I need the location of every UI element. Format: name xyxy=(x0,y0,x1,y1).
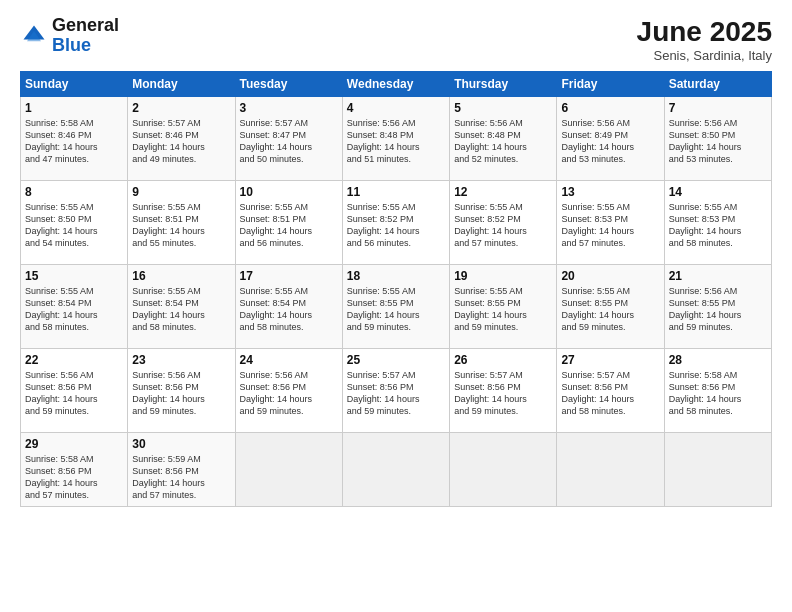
table-row xyxy=(557,433,664,507)
header-monday: Monday xyxy=(128,72,235,97)
day-info: Sunrise: 5:55 AM Sunset: 8:53 PM Dayligh… xyxy=(669,201,767,250)
day-number: 25 xyxy=(347,353,445,367)
table-row: 14Sunrise: 5:55 AM Sunset: 8:53 PM Dayli… xyxy=(664,181,771,265)
header-saturday: Saturday xyxy=(664,72,771,97)
logo: General Blue xyxy=(20,16,119,56)
day-info: Sunrise: 5:57 AM Sunset: 8:56 PM Dayligh… xyxy=(454,369,552,418)
table-row: 17Sunrise: 5:55 AM Sunset: 8:54 PM Dayli… xyxy=(235,265,342,349)
day-info: Sunrise: 5:55 AM Sunset: 8:51 PM Dayligh… xyxy=(240,201,338,250)
day-info: Sunrise: 5:56 AM Sunset: 8:56 PM Dayligh… xyxy=(25,369,123,418)
table-row: 4Sunrise: 5:56 AM Sunset: 8:48 PM Daylig… xyxy=(342,97,449,181)
calendar-subtitle: Senis, Sardinia, Italy xyxy=(637,48,772,63)
table-row: 8Sunrise: 5:55 AM Sunset: 8:50 PM Daylig… xyxy=(21,181,128,265)
day-number: 19 xyxy=(454,269,552,283)
day-number: 20 xyxy=(561,269,659,283)
day-info: Sunrise: 5:58 AM Sunset: 8:56 PM Dayligh… xyxy=(25,453,123,502)
day-info: Sunrise: 5:55 AM Sunset: 8:51 PM Dayligh… xyxy=(132,201,230,250)
day-info: Sunrise: 5:55 AM Sunset: 8:55 PM Dayligh… xyxy=(454,285,552,334)
table-row: 12Sunrise: 5:55 AM Sunset: 8:52 PM Dayli… xyxy=(450,181,557,265)
table-row: 16Sunrise: 5:55 AM Sunset: 8:54 PM Dayli… xyxy=(128,265,235,349)
table-row: 10Sunrise: 5:55 AM Sunset: 8:51 PM Dayli… xyxy=(235,181,342,265)
day-number: 4 xyxy=(347,101,445,115)
table-row: 29Sunrise: 5:58 AM Sunset: 8:56 PM Dayli… xyxy=(21,433,128,507)
day-info: Sunrise: 5:58 AM Sunset: 8:46 PM Dayligh… xyxy=(25,117,123,166)
day-number: 26 xyxy=(454,353,552,367)
day-info: Sunrise: 5:56 AM Sunset: 8:49 PM Dayligh… xyxy=(561,117,659,166)
table-row: 28Sunrise: 5:58 AM Sunset: 8:56 PM Dayli… xyxy=(664,349,771,433)
header-tuesday: Tuesday xyxy=(235,72,342,97)
table-row xyxy=(664,433,771,507)
table-row xyxy=(235,433,342,507)
day-number: 24 xyxy=(240,353,338,367)
table-row: 24Sunrise: 5:56 AM Sunset: 8:56 PM Dayli… xyxy=(235,349,342,433)
day-info: Sunrise: 5:55 AM Sunset: 8:55 PM Dayligh… xyxy=(561,285,659,334)
day-info: Sunrise: 5:56 AM Sunset: 8:48 PM Dayligh… xyxy=(347,117,445,166)
day-number: 28 xyxy=(669,353,767,367)
day-number: 7 xyxy=(669,101,767,115)
day-info: Sunrise: 5:57 AM Sunset: 8:56 PM Dayligh… xyxy=(561,369,659,418)
day-info: Sunrise: 5:56 AM Sunset: 8:48 PM Dayligh… xyxy=(454,117,552,166)
day-number: 27 xyxy=(561,353,659,367)
day-number: 23 xyxy=(132,353,230,367)
logo-general-text: General xyxy=(52,15,119,35)
day-header-row: Sunday Monday Tuesday Wednesday Thursday… xyxy=(21,72,772,97)
table-row: 1Sunrise: 5:58 AM Sunset: 8:46 PM Daylig… xyxy=(21,97,128,181)
day-info: Sunrise: 5:55 AM Sunset: 8:54 PM Dayligh… xyxy=(240,285,338,334)
table-row: 13Sunrise: 5:55 AM Sunset: 8:53 PM Dayli… xyxy=(557,181,664,265)
table-row: 20Sunrise: 5:55 AM Sunset: 8:55 PM Dayli… xyxy=(557,265,664,349)
table-row: 18Sunrise: 5:55 AM Sunset: 8:55 PM Dayli… xyxy=(342,265,449,349)
header-friday: Friday xyxy=(557,72,664,97)
day-info: Sunrise: 5:55 AM Sunset: 8:50 PM Dayligh… xyxy=(25,201,123,250)
day-number: 21 xyxy=(669,269,767,283)
day-number: 29 xyxy=(25,437,123,451)
day-number: 1 xyxy=(25,101,123,115)
title-block: June 2025 Senis, Sardinia, Italy xyxy=(637,16,772,63)
day-number: 22 xyxy=(25,353,123,367)
day-number: 30 xyxy=(132,437,230,451)
day-info: Sunrise: 5:55 AM Sunset: 8:52 PM Dayligh… xyxy=(454,201,552,250)
table-row: 9Sunrise: 5:55 AM Sunset: 8:51 PM Daylig… xyxy=(128,181,235,265)
table-row xyxy=(342,433,449,507)
day-info: Sunrise: 5:55 AM Sunset: 8:52 PM Dayligh… xyxy=(347,201,445,250)
table-row: 11Sunrise: 5:55 AM Sunset: 8:52 PM Dayli… xyxy=(342,181,449,265)
day-info: Sunrise: 5:57 AM Sunset: 8:46 PM Dayligh… xyxy=(132,117,230,166)
day-info: Sunrise: 5:56 AM Sunset: 8:56 PM Dayligh… xyxy=(132,369,230,418)
day-info: Sunrise: 5:55 AM Sunset: 8:54 PM Dayligh… xyxy=(132,285,230,334)
day-info: Sunrise: 5:59 AM Sunset: 8:56 PM Dayligh… xyxy=(132,453,230,502)
day-info: Sunrise: 5:55 AM Sunset: 8:55 PM Dayligh… xyxy=(347,285,445,334)
table-row: 23Sunrise: 5:56 AM Sunset: 8:56 PM Dayli… xyxy=(128,349,235,433)
day-number: 9 xyxy=(132,185,230,199)
day-number: 10 xyxy=(240,185,338,199)
day-number: 16 xyxy=(132,269,230,283)
table-row: 27Sunrise: 5:57 AM Sunset: 8:56 PM Dayli… xyxy=(557,349,664,433)
day-info: Sunrise: 5:58 AM Sunset: 8:56 PM Dayligh… xyxy=(669,369,767,418)
day-info: Sunrise: 5:56 AM Sunset: 8:55 PM Dayligh… xyxy=(669,285,767,334)
day-info: Sunrise: 5:57 AM Sunset: 8:47 PM Dayligh… xyxy=(240,117,338,166)
table-row xyxy=(450,433,557,507)
day-info: Sunrise: 5:57 AM Sunset: 8:56 PM Dayligh… xyxy=(347,369,445,418)
table-row: 5Sunrise: 5:56 AM Sunset: 8:48 PM Daylig… xyxy=(450,97,557,181)
day-number: 17 xyxy=(240,269,338,283)
table-row: 21Sunrise: 5:56 AM Sunset: 8:55 PM Dayli… xyxy=(664,265,771,349)
day-number: 2 xyxy=(132,101,230,115)
table-row: 30Sunrise: 5:59 AM Sunset: 8:56 PM Dayli… xyxy=(128,433,235,507)
logo-blue-text: Blue xyxy=(52,35,91,55)
header: General Blue June 2025 Senis, Sardinia, … xyxy=(20,16,772,63)
day-number: 18 xyxy=(347,269,445,283)
day-info: Sunrise: 5:56 AM Sunset: 8:50 PM Dayligh… xyxy=(669,117,767,166)
day-number: 14 xyxy=(669,185,767,199)
table-row: 2Sunrise: 5:57 AM Sunset: 8:46 PM Daylig… xyxy=(128,97,235,181)
table-row: 22Sunrise: 5:56 AM Sunset: 8:56 PM Dayli… xyxy=(21,349,128,433)
header-wednesday: Wednesday xyxy=(342,72,449,97)
logo-icon xyxy=(20,22,48,50)
day-info: Sunrise: 5:55 AM Sunset: 8:54 PM Dayligh… xyxy=(25,285,123,334)
day-number: 11 xyxy=(347,185,445,199)
day-number: 6 xyxy=(561,101,659,115)
table-row: 15Sunrise: 5:55 AM Sunset: 8:54 PM Dayli… xyxy=(21,265,128,349)
day-number: 12 xyxy=(454,185,552,199)
header-thursday: Thursday xyxy=(450,72,557,97)
table-row: 6Sunrise: 5:56 AM Sunset: 8:49 PM Daylig… xyxy=(557,97,664,181)
day-number: 13 xyxy=(561,185,659,199)
header-sunday: Sunday xyxy=(21,72,128,97)
table-row: 3Sunrise: 5:57 AM Sunset: 8:47 PM Daylig… xyxy=(235,97,342,181)
